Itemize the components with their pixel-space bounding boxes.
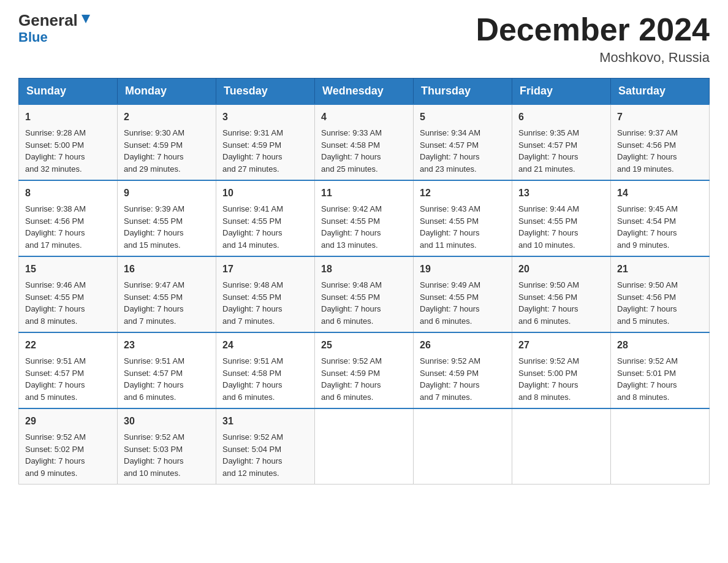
col-saturday: Saturday (611, 79, 710, 105)
table-row: 29 Sunrise: 9:52 AM Sunset: 5:02 PM Dayl… (19, 408, 118, 484)
sunrise-text: Sunrise: 9:52 AM (617, 356, 678, 366)
table-row: 13 Sunrise: 9:44 AM Sunset: 4:55 PM Dayl… (512, 180, 611, 256)
table-row: 30 Sunrise: 9:52 AM Sunset: 5:03 PM Dayl… (118, 408, 216, 484)
daylight-minutes-text: and 11 minutes. (420, 240, 477, 250)
daylight-text: Daylight: 7 hours (124, 304, 184, 313)
sunrise-text: Sunrise: 9:30 AM (124, 128, 184, 137)
sunset-text: Sunset: 5:00 PM (518, 369, 577, 378)
sunset-text: Sunset: 4:55 PM (518, 216, 577, 226)
sunset-text: Sunset: 4:55 PM (321, 216, 380, 226)
sunrise-text: Sunrise: 9:47 AM (124, 280, 184, 289)
sunrise-text: Sunrise: 9:28 AM (25, 128, 86, 137)
daylight-minutes-text: and 32 minutes. (25, 164, 82, 174)
daylight-minutes-text: and 8 minutes. (518, 393, 571, 402)
daylight-text: Daylight: 7 hours (321, 228, 381, 237)
table-row: 31 Sunrise: 9:52 AM Sunset: 5:04 PM Dayl… (216, 408, 315, 484)
day-number: 19 (420, 262, 506, 277)
daylight-minutes-text: and 21 minutes. (518, 164, 575, 174)
title-area: December 2024 Moshkovo, Russia (476, 12, 710, 66)
sunrise-text: Sunrise: 9:50 AM (617, 280, 678, 289)
sunrise-text: Sunrise: 9:52 AM (420, 356, 480, 366)
daylight-minutes-text: and 6 minutes. (420, 316, 472, 326)
daylight-minutes-text: and 10 minutes. (518, 240, 575, 250)
sunset-text: Sunset: 4:55 PM (420, 293, 479, 302)
day-number: 23 (124, 338, 210, 353)
daylight-minutes-text: and 14 minutes. (222, 240, 279, 250)
sunset-text: Sunset: 5:01 PM (617, 369, 676, 378)
day-number: 3 (222, 110, 308, 124)
table-row: 8 Sunrise: 9:38 AM Sunset: 4:56 PM Dayli… (19, 180, 118, 256)
daylight-text: Daylight: 7 hours (321, 152, 381, 161)
logo: General Blue (18, 12, 93, 45)
daylight-minutes-text: and 29 minutes. (124, 164, 181, 174)
sunrise-text: Sunrise: 9:34 AM (420, 128, 480, 137)
sunset-text: Sunset: 4:57 PM (124, 369, 183, 378)
day-number: 7 (617, 110, 703, 124)
sunrise-text: Sunrise: 9:48 AM (321, 280, 382, 289)
daylight-minutes-text: and 5 minutes. (25, 393, 77, 402)
table-row: 18 Sunrise: 9:48 AM Sunset: 4:55 PM Dayl… (315, 256, 414, 332)
day-number: 15 (25, 262, 111, 277)
daylight-minutes-text: and 10 minutes. (124, 469, 181, 478)
sunset-text: Sunset: 4:59 PM (222, 140, 281, 150)
col-tuesday: Tuesday (216, 79, 315, 105)
day-number: 17 (222, 262, 308, 277)
daylight-text: Daylight: 7 hours (25, 456, 85, 465)
table-row: 16 Sunrise: 9:47 AM Sunset: 4:55 PM Dayl… (118, 256, 216, 332)
sunset-text: Sunset: 4:57 PM (420, 140, 479, 150)
calendar-week-row: 15 Sunrise: 9:46 AM Sunset: 4:55 PM Dayl… (19, 256, 710, 332)
sunrise-text: Sunrise: 9:46 AM (25, 280, 86, 289)
table-row: 25 Sunrise: 9:52 AM Sunset: 4:59 PM Dayl… (315, 332, 414, 408)
sunset-text: Sunset: 4:55 PM (124, 293, 183, 302)
sunrise-text: Sunrise: 9:38 AM (25, 204, 86, 213)
sunset-text: Sunset: 4:55 PM (222, 293, 281, 302)
sunset-text: Sunset: 4:59 PM (321, 369, 380, 378)
daylight-text: Daylight: 7 hours (124, 380, 184, 389)
sunrise-text: Sunrise: 9:43 AM (420, 204, 480, 213)
table-row: 28 Sunrise: 9:52 AM Sunset: 5:01 PM Dayl… (611, 332, 710, 408)
daylight-text: Daylight: 7 hours (25, 304, 85, 313)
page-header: General Blue December 2024 Moshkovo, Rus… (18, 12, 710, 66)
day-number: 26 (420, 338, 506, 353)
sunrise-text: Sunrise: 9:42 AM (321, 204, 382, 213)
day-number: 30 (124, 414, 210, 429)
day-number: 14 (617, 186, 703, 201)
sunset-text: Sunset: 4:55 PM (25, 293, 84, 302)
table-row: 15 Sunrise: 9:46 AM Sunset: 4:55 PM Dayl… (19, 256, 118, 332)
daylight-text: Daylight: 7 hours (518, 152, 578, 161)
daylight-minutes-text: and 19 minutes. (617, 164, 674, 174)
sunset-text: Sunset: 4:54 PM (617, 216, 676, 226)
table-row: 23 Sunrise: 9:51 AM Sunset: 4:57 PM Dayl… (118, 332, 216, 408)
calendar-header-row: Sunday Monday Tuesday Wednesday Thursday… (19, 79, 710, 105)
sunset-text: Sunset: 5:04 PM (222, 445, 281, 454)
table-row: 9 Sunrise: 9:39 AM Sunset: 4:55 PM Dayli… (118, 180, 216, 256)
daylight-minutes-text: and 25 minutes. (321, 164, 378, 174)
daylight-minutes-text: and 23 minutes. (420, 164, 477, 174)
sunset-text: Sunset: 4:56 PM (25, 216, 84, 226)
daylight-text: Daylight: 7 hours (420, 380, 480, 389)
daylight-text: Daylight: 7 hours (617, 228, 677, 237)
sunrise-text: Sunrise: 9:52 AM (222, 432, 283, 442)
table-row: 24 Sunrise: 9:51 AM Sunset: 4:58 PM Dayl… (216, 332, 315, 408)
calendar-week-row: 8 Sunrise: 9:38 AM Sunset: 4:56 PM Dayli… (19, 180, 710, 256)
table-row: 17 Sunrise: 9:48 AM Sunset: 4:55 PM Dayl… (216, 256, 315, 332)
daylight-minutes-text: and 6 minutes. (321, 316, 373, 326)
sunrise-text: Sunrise: 9:31 AM (222, 128, 283, 137)
table-row: 20 Sunrise: 9:50 AM Sunset: 4:56 PM Dayl… (512, 256, 611, 332)
table-row: 11 Sunrise: 9:42 AM Sunset: 4:55 PM Dayl… (315, 180, 414, 256)
sunset-text: Sunset: 4:59 PM (420, 369, 479, 378)
day-number: 29 (25, 414, 111, 429)
daylight-minutes-text: and 9 minutes. (25, 469, 77, 478)
daylight-text: Daylight: 7 hours (222, 152, 282, 161)
day-number: 22 (25, 338, 111, 353)
daylight-minutes-text: and 15 minutes. (124, 240, 181, 250)
table-row: 27 Sunrise: 9:52 AM Sunset: 5:00 PM Dayl… (512, 332, 611, 408)
table-row (611, 408, 710, 484)
sunrise-text: Sunrise: 9:48 AM (222, 280, 283, 289)
table-row (315, 408, 414, 484)
sunrise-text: Sunrise: 9:49 AM (420, 280, 480, 289)
sunrise-text: Sunrise: 9:39 AM (124, 204, 184, 213)
daylight-text: Daylight: 7 hours (420, 228, 480, 237)
sunset-text: Sunset: 4:56 PM (518, 293, 577, 302)
daylight-minutes-text: and 6 minutes. (321, 393, 373, 402)
